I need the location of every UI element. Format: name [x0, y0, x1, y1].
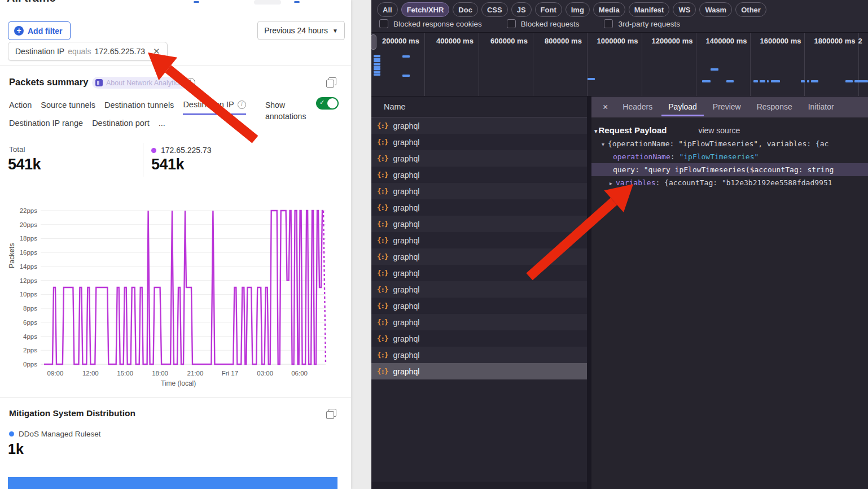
request-name: graphql	[393, 171, 420, 180]
toggle-knob	[327, 98, 337, 108]
payload-line[interactable]: query: "query ipFlowTimeseries($accountT…	[591, 163, 868, 176]
payload-token: operationName	[613, 152, 670, 161]
request-timing-bar	[402, 75, 410, 77]
request-row-graphql[interactable]: {:}graphql	[371, 330, 587, 347]
filter-pill-all[interactable]: All	[377, 2, 398, 17]
tab-action[interactable]: Action	[9, 100, 32, 115]
request-row-graphql[interactable]: {:}graphql	[371, 248, 587, 265]
checkbox-blocked-response-cookies[interactable]: Blocked response cookies	[379, 19, 482, 28]
json-request-icon: {:}	[377, 367, 388, 376]
filter-pill-js[interactable]: JS	[511, 2, 532, 17]
tab-destination-ip-range[interactable]: Destination IP range	[9, 119, 83, 132]
payload-variables-line[interactable]: ▸variables: {accountTag: "b12e3b2192ee55…	[591, 176, 868, 189]
json-request-icon: {:}	[377, 351, 388, 359]
filter-pill-media[interactable]: Media	[593, 2, 625, 17]
request-row-graphql[interactable]: {:}graphql	[371, 183, 587, 199]
json-request-icon: {:}	[377, 236, 388, 244]
tab-source-tunnels[interactable]: Source tunnels	[41, 100, 95, 115]
checkbox-3rd-party-requests[interactable]: 3rd-party requests	[604, 19, 680, 28]
toolbar-fragment	[254, 0, 281, 5]
filter-pill-other[interactable]: Other	[735, 2, 766, 17]
request-name: graphql	[393, 302, 420, 311]
checkbox-icon	[507, 19, 516, 28]
request-timing-bar	[807, 80, 809, 82]
tab-label: ...	[159, 119, 165, 128]
expander-triangle-icon[interactable]: ▾	[602, 141, 604, 147]
panel-divider[interactable]	[587, 97, 591, 489]
tab-label: Destination tunnels	[104, 101, 174, 110]
add-filter-button[interactable]: + Add filter	[8, 21, 71, 40]
time-range-select[interactable]: Previous 24 hours ▼	[257, 21, 345, 40]
filter-pill-fetch-xhr[interactable]: Fetch/XHR	[401, 2, 450, 17]
filter-pill-doc[interactable]: Doc	[453, 2, 478, 17]
request-row-graphql[interactable]: {:}graphql	[371, 314, 587, 330]
timeline-tick-label: 1000000 ms	[597, 37, 638, 45]
filter-pill-img[interactable]: Img	[565, 2, 590, 17]
request-name: graphql	[393, 236, 420, 245]
name-column-header[interactable]: Name	[371, 97, 587, 117]
toolbar-fragment	[194, 1, 199, 3]
filter-pill-css[interactable]: CSS	[481, 2, 508, 17]
remove-filter-icon[interactable]: ✕	[153, 46, 160, 56]
filter-pill-manifest[interactable]: Manifest	[629, 2, 670, 17]
copy-panel-icon[interactable]	[328, 409, 336, 417]
payload-tree: ▾{operationName: "ipFlowTimeseries", var…	[591, 137, 868, 189]
detail-tab-initiator[interactable]: Initiator	[801, 98, 841, 116]
close-icon[interactable]: ×	[597, 102, 613, 112]
tab-destination-ip[interactable]: Destination IPi	[183, 100, 246, 115]
timeline-gridline	[533, 33, 533, 96]
payload-line[interactable]: operationName: "ipFlowTimeseries"	[591, 150, 868, 163]
view-source-link[interactable]: view source	[698, 126, 740, 135]
tab-label: Destination port	[92, 119, 150, 128]
request-row-graphql[interactable]: {:}graphql	[371, 117, 587, 134]
tab-destination-port[interactable]: Destination port	[92, 119, 150, 132]
show-annotations-toggle[interactable]: ✓	[316, 97, 339, 110]
payload-line[interactable]: ▾{operationName: "ipFlowTimeseries", var…	[591, 137, 868, 150]
timeline-gridline	[479, 33, 479, 96]
json-request-icon: {:}	[377, 252, 388, 261]
detail-tab-response[interactable]: Response	[750, 98, 799, 116]
tab-label: Source tunnels	[41, 101, 95, 110]
request-row-graphql[interactable]: {:}graphql	[371, 347, 587, 363]
timeline-tick-label: 1800000 ms	[814, 37, 855, 45]
tab-destination-tunnels[interactable]: Destination tunnels	[104, 100, 174, 115]
filter-chip[interactable]: Destination IP equals 172.65.225.73 ✕	[8, 42, 168, 61]
request-row-graphql[interactable]: {:}graphql	[371, 216, 587, 232]
network-overview-timeline[interactable]: 200000 ms400000 ms600000 ms800000 ms1000…	[371, 33, 868, 96]
filter-pill-ws[interactable]: WS	[673, 2, 696, 17]
filter-pill-font[interactable]: Font	[535, 2, 562, 17]
svg-text:15:00: 15:00	[117, 370, 133, 377]
svg-text:20pps: 20pps	[20, 221, 38, 228]
request-timing-bar	[801, 80, 805, 82]
detail-tab-preview[interactable]: Preview	[706, 98, 748, 116]
request-row-graphql[interactable]: {:}graphql	[371, 281, 587, 298]
tab-[interactable]: ...	[159, 119, 165, 132]
request-row-graphql[interactable]: {:}graphql	[371, 232, 587, 248]
request-row-graphql[interactable]: {:}graphql	[371, 134, 587, 150]
request-row-graphql[interactable]: {:}graphql	[371, 363, 587, 379]
request-row-graphql[interactable]: {:}graphql	[371, 265, 587, 281]
series-dot	[151, 148, 156, 153]
panel-footer	[371, 482, 587, 489]
request-timing-bar	[402, 55, 410, 58]
copy-panel-icon[interactable]	[328, 77, 336, 85]
detail-tab-payload[interactable]: Payload	[661, 98, 704, 116]
page-title: All traffic	[7, 0, 131, 5]
detail-tab-headers[interactable]: Headers	[616, 98, 659, 116]
request-row-graphql[interactable]: {:}graphql	[371, 199, 587, 216]
payload-token: :	[670, 152, 680, 161]
payload-token: "query ipFlowTimeseries($accountTag: str…	[644, 165, 834, 174]
checkbox-blocked-requests[interactable]: Blocked requests	[507, 19, 580, 28]
request-row-graphql[interactable]: {:}graphql	[371, 150, 587, 167]
request-row-graphql[interactable]: {:}graphql	[371, 298, 587, 314]
timeline-tick-label: 1400000 ms	[705, 37, 747, 45]
timeline-scroll-handle[interactable]	[371, 34, 376, 50]
expander-triangle-icon[interactable]: ▸	[610, 180, 612, 186]
payload-token: query	[613, 165, 635, 174]
filter-pill-wasm[interactable]: Wasm	[699, 2, 732, 17]
request-row-graphql[interactable]: {:}graphql	[371, 167, 587, 183]
checkbox-icon	[379, 19, 388, 28]
svg-text:0pps: 0pps	[23, 361, 37, 368]
expander-triangle-icon[interactable]: ▾	[594, 128, 598, 135]
checkbox-icon	[604, 19, 613, 28]
